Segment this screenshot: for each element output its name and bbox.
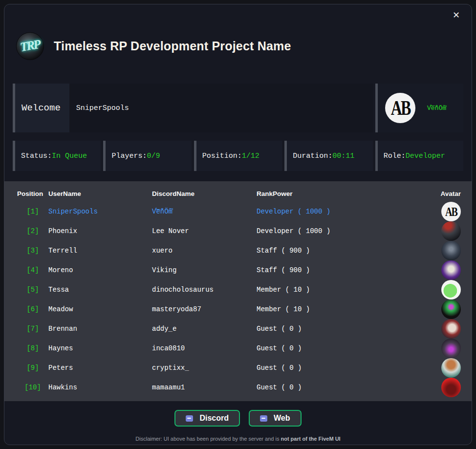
row-position: [7]	[17, 325, 48, 333]
row-rankpower: Member ( 10 )	[257, 286, 438, 294]
table-row: [7] Brennan addy_e Guest ( 0 )	[4, 319, 472, 339]
queue-modal: ✕ TRP Timeless RP Development Project Na…	[4, 4, 472, 445]
avatar	[441, 319, 461, 339]
status-value: In Queue	[52, 152, 87, 160]
avatar	[441, 280, 461, 299]
row-discordname: mamaamu1	[152, 384, 257, 391]
web-button[interactable]: Web	[249, 410, 301, 427]
discord-icon	[186, 415, 193, 422]
col-discordname: DiscordName	[152, 190, 257, 197]
avatar	[441, 339, 461, 358]
avatar: AB	[441, 202, 461, 221]
avatar	[441, 241, 461, 260]
row-position: [3]	[17, 247, 48, 255]
row-username: Hawkins	[48, 384, 152, 391]
duration-label: Duration:	[293, 152, 332, 160]
disclaimer: Disclaimer: UI above has been provided b…	[4, 436, 472, 442]
row-username: Brennan	[48, 325, 152, 333]
welcome-label: Welcome	[22, 103, 61, 113]
table-row: [6] Meadow masteryoda87 Member ( 10 )	[4, 299, 472, 319]
status-label: Status:	[21, 152, 52, 160]
discord-button[interactable]: Discord	[174, 410, 240, 427]
footer: Discord Web Disclaimer: UI above has bee…	[4, 410, 472, 442]
role-value: Developer	[406, 152, 445, 160]
table-row: [5] Tessa dinocholosaurus Member ( 10 )	[4, 280, 472, 299]
row-position: [9]	[17, 364, 48, 372]
col-username: UserName	[48, 190, 152, 197]
row-rankpower: Guest ( 0 )	[257, 344, 438, 352]
profile-display-name: V̊e̅n̂̆Öm̃̓	[427, 105, 446, 112]
row-rankpower: Developer ( 1000 )	[257, 227, 438, 235]
status-box-status: Status:In Queue	[13, 141, 101, 171]
table-row: [8] Haynes inca0810 Guest ( 0 )	[4, 339, 472, 358]
status-bar: Status:In Queue Players:0/9 Position:1/1…	[13, 141, 463, 171]
app-header: TRP Timeless RP Development Project Name	[16, 32, 472, 60]
duration-value: 00:11	[332, 152, 354, 160]
status-box-players: Players:0/9	[103, 141, 191, 171]
row-username: Haynes	[48, 344, 152, 352]
disclaimer-bold-text: not part of the FiveM UI	[281, 436, 340, 442]
status-box-duration: Duration:00:11	[284, 141, 372, 171]
col-rankpower: RankPower	[257, 190, 438, 197]
row-username: Terrell	[48, 247, 152, 255]
avatar	[441, 358, 461, 378]
col-avatar: Avatar	[438, 190, 461, 197]
row-username: Meadow	[48, 305, 152, 313]
row-position: [10]	[17, 384, 48, 391]
table-row: [10] Hawkins mamaamu1 Guest ( 0 )	[4, 378, 472, 397]
players-label: Players:	[111, 152, 147, 160]
welcome-section: Welcome SniperSpools AB V̊e̅n̂̆Öm̃̓	[13, 84, 463, 132]
row-discordname: addy_e	[152, 325, 257, 333]
welcome-username: SniperSpools	[76, 104, 129, 112]
welcome-box: Welcome SniperSpools	[13, 84, 373, 132]
row-username: SniperSpools	[48, 208, 152, 215]
web-icon	[260, 415, 267, 422]
position-label: Position:	[202, 152, 242, 160]
status-box-position: Position:1/12	[194, 141, 282, 171]
row-rankpower: Guest ( 0 )	[257, 384, 438, 391]
disclaimer-text: Disclaimer: UI above has been provided b…	[135, 436, 281, 442]
row-position: [5]	[17, 286, 48, 294]
col-position: Position	[17, 190, 48, 197]
table-row: [1] SniperSpools V̊e̅n̂̆Öm̃̓ Developer …	[4, 202, 472, 221]
row-rankpower: Member ( 10 )	[257, 305, 438, 313]
avatar	[441, 221, 461, 241]
close-icon[interactable]: ✕	[450, 10, 463, 20]
row-rankpower: Developer ( 1000 )	[257, 208, 438, 215]
row-username: Peters	[48, 364, 152, 372]
avatar	[441, 378, 461, 397]
web-button-label: Web	[274, 414, 290, 423]
row-username: Phoenix	[48, 227, 152, 235]
queue-table: Position UserName DiscordName RankPower …	[4, 181, 472, 401]
table-header-row: Position UserName DiscordName RankPower …	[4, 187, 472, 200]
welcome-label-panel: Welcome	[15, 84, 69, 132]
row-username: Tessa	[48, 286, 152, 294]
discord-button-label: Discord	[199, 414, 229, 423]
user-avatar-label: AB	[391, 96, 410, 120]
profile-box: AB V̊e̅n̂̆Öm̃̓	[375, 84, 463, 132]
server-logo: TRP	[16, 32, 44, 60]
row-rankpower: Guest ( 0 )	[257, 364, 438, 372]
row-discordname: dinocholosaurus	[152, 286, 257, 294]
role-label: Role:	[384, 152, 406, 160]
row-username: Moreno	[48, 266, 152, 274]
row-rankpower: Staff ( 900 )	[257, 266, 438, 274]
players-value: 0/9	[147, 152, 160, 160]
page-title: Timeless RP Development Project Name	[54, 39, 291, 53]
row-discordname: Viking	[152, 266, 257, 274]
row-position: [8]	[17, 344, 48, 352]
row-discordname: inca0810	[152, 344, 257, 352]
row-discordname: Lee Nover	[152, 227, 257, 235]
server-logo-text: TRP	[19, 37, 41, 55]
avatar-label: AB	[445, 204, 457, 219]
table-row: [9] Peters cryptixx_ Guest ( 0 )	[4, 358, 472, 378]
row-discordname: xuero	[152, 247, 257, 255]
footer-buttons: Discord Web	[4, 410, 472, 427]
status-box-role: Role:Developer	[375, 141, 463, 171]
row-position: [1]	[17, 208, 48, 215]
row-rankpower: Guest ( 0 )	[257, 325, 438, 333]
row-position: [2]	[17, 227, 48, 235]
row-position: [6]	[17, 305, 48, 313]
row-rankpower: Staff ( 900 )	[257, 247, 438, 255]
avatar	[441, 260, 461, 280]
